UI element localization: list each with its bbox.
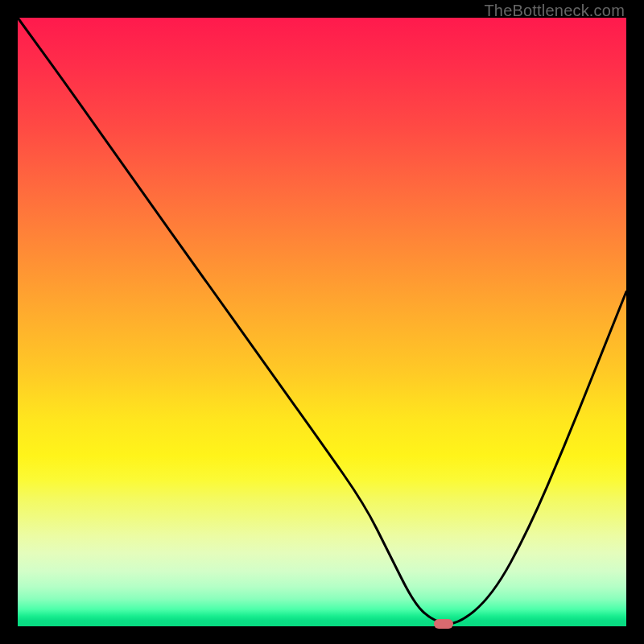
bottleneck-curve: [18, 18, 626, 626]
optimal-marker: [434, 619, 453, 629]
plot-area: [18, 18, 626, 626]
watermark-text: TheBottleneck.com: [484, 2, 625, 20]
chart-frame: TheBottleneck.com: [0, 0, 644, 644]
